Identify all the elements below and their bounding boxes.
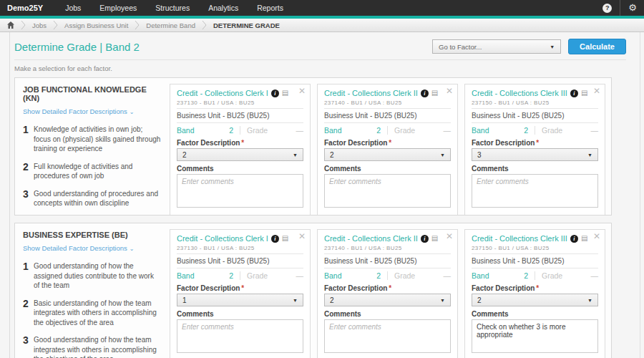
close-icon[interactable]: ✕ (593, 86, 600, 96)
document-icon[interactable]: ▤ (431, 90, 438, 97)
chevron-down-icon: ▼ (293, 153, 298, 158)
level-number: 2 (23, 162, 34, 181)
nav-item-employees[interactable]: Employees (90, 0, 146, 16)
nav-item-analytics[interactable]: Analytics (199, 0, 248, 16)
level-text: Basic understanding of how the team inte… (34, 299, 161, 328)
help-icon[interactable]: ? (602, 4, 612, 13)
job-link[interactable]: Credit - Collections Clerk I (177, 89, 268, 97)
show-detailed-descriptions-link[interactable]: Show Detailed Factor Descriptions⌄ (23, 107, 134, 115)
document-icon[interactable]: ▤ (282, 90, 288, 97)
job-link[interactable]: Credit - Collections Clerk I (177, 234, 268, 243)
level-text: Full knowledge of activities and procedu… (34, 162, 161, 181)
job-link[interactable]: Credit - Collections Clerk II (324, 234, 418, 243)
chevron-down-icon: ▼ (587, 298, 592, 303)
factor-description-select[interactable]: 2▼ (177, 148, 303, 161)
info-icon[interactable]: i (570, 235, 578, 243)
band-value: 2 (229, 126, 233, 135)
grade-value: — (444, 271, 452, 280)
chevron-down-icon: ▼ (440, 298, 445, 303)
factor-description-select[interactable]: 3▼ (472, 148, 598, 161)
level-number: 1 (23, 261, 34, 291)
document-icon[interactable]: ▤ (581, 235, 587, 242)
job-link[interactable]: Credit - Collections Clerk II (324, 89, 418, 97)
comments-textarea[interactable] (177, 174, 303, 208)
level-text: Knowledge of activities in own job; focu… (34, 125, 161, 154)
document-icon[interactable]: ▤ (581, 90, 587, 97)
job-id: 237140 - BU1 / USA : BU25 (324, 245, 451, 254)
band-label: Band (177, 271, 195, 280)
document-icon[interactable]: ▤ (282, 235, 288, 242)
factor-description-value: 2 (330, 151, 334, 159)
close-icon[interactable]: ✕ (446, 231, 453, 241)
factor-description-select[interactable]: 2▼ (472, 294, 598, 306)
band-label: Band (472, 126, 489, 135)
factor-description-label: Factor Description* (324, 284, 451, 292)
close-icon[interactable]: ✕ (298, 231, 306, 241)
band-label: Band (324, 271, 342, 280)
chevron-down-icon: ⌄ (130, 246, 135, 252)
factor-level: 2 Basic understanding of how the team in… (23, 299, 161, 328)
comments-textarea[interactable] (324, 319, 451, 353)
factor-description-select[interactable]: 2▼ (324, 294, 451, 306)
home-icon[interactable] (7, 21, 14, 29)
level-number: 3 (23, 189, 34, 208)
close-icon[interactable]: ✕ (298, 86, 306, 96)
level-text: Good understanding of procedures and con… (34, 189, 161, 208)
comments-label: Comments (472, 165, 598, 173)
job-id: 237150 - BU1 / USA : BU25 (472, 100, 598, 109)
page-content: Determine Grade | Band 2 Go to Factor...… (0, 32, 644, 358)
info-icon[interactable]: i (271, 90, 279, 97)
band-value: 2 (524, 126, 528, 135)
factor-description-label: Factor Description* (177, 284, 303, 292)
info-icon[interactable]: i (421, 235, 429, 243)
factor-level: 3 Good understanding of how the team int… (23, 335, 161, 358)
card-title-row: Credit - Collections Clerk II i ▤ (324, 89, 451, 97)
factor-title: BUSINESS EXPERTISE (BE) (23, 231, 161, 239)
job-link[interactable]: Credit - Collections Clerk III (472, 89, 567, 97)
factor-description-select[interactable]: 2▼ (324, 148, 451, 161)
factor-description-value: 1 (182, 296, 187, 304)
comments-textarea[interactable]: Check on whether 3 is more appropriate (472, 319, 598, 353)
page-title: Determine Grade | Band 2 (14, 41, 140, 53)
link-label: Show Detailed Factor Descriptions (23, 244, 127, 252)
info-icon[interactable]: i (421, 90, 429, 97)
chevron-down-icon: ▼ (587, 153, 592, 158)
factor-description-label: Factor Description* (324, 139, 451, 147)
nav-item-structures[interactable]: Structures (146, 0, 199, 16)
factor-description-label: Factor Description* (472, 284, 598, 292)
comments-textarea[interactable] (177, 319, 303, 353)
band-grade-row: Band2 Grade— (472, 268, 598, 282)
calculate-button[interactable]: Calculate (568, 39, 626, 54)
comments-textarea[interactable] (324, 174, 451, 208)
job-link[interactable]: Credit - Collections Clerk III (472, 234, 567, 243)
comments-textarea[interactable] (472, 174, 598, 208)
page-header: Determine Grade | Band 2 Go to Factor...… (14, 32, 626, 60)
document-icon[interactable]: ▤ (431, 235, 438, 242)
brand[interactable]: Demo25Y (0, 0, 56, 16)
factor-description-value: 2 (330, 296, 334, 304)
factor-description-select[interactable]: 1▼ (177, 294, 303, 306)
grade-label: Grade (247, 126, 268, 135)
info-icon[interactable]: i (271, 235, 279, 243)
info-icon[interactable]: i (570, 90, 578, 97)
breadcrumb-item-determine-band[interactable]: Determine Band (146, 21, 195, 29)
level-text: Good understanding of how the team integ… (34, 335, 161, 358)
job-id: 237130 - BU1 / USA : BU25 (177, 100, 303, 109)
grade-label: Grade (542, 271, 562, 280)
close-icon[interactable]: ✕ (593, 231, 600, 241)
job-cards: ✕ Credit - Collections Clerk I i ▤ 23713… (170, 84, 605, 209)
show-detailed-descriptions-link[interactable]: Show Detailed Factor Descriptions⌄ (23, 244, 134, 252)
breadcrumb-item-jobs[interactable]: Jobs (32, 21, 47, 29)
breadcrumb-separator (202, 19, 207, 31)
nav-item-jobs[interactable]: Jobs (56, 0, 90, 16)
goto-factor-select[interactable]: Go to Factor... ▼ (432, 39, 561, 54)
topnav-right: ? ⚙ (602, 0, 644, 16)
band-grade-row: Band2 Grade— (177, 123, 303, 137)
gear-icon[interactable]: ⚙ (628, 0, 637, 16)
breadcrumb-item-assign-business-unit[interactable]: Assign Business Unit (64, 21, 128, 29)
nav-item-reports[interactable]: Reports (248, 0, 293, 16)
close-icon[interactable]: ✕ (446, 86, 453, 96)
link-label: Show Detailed Factor Descriptions (23, 107, 127, 115)
factor-level: 2 Full knowledge of activities and proce… (23, 162, 161, 181)
business-unit: Business Unit - BU25 (BU25) (177, 254, 303, 268)
